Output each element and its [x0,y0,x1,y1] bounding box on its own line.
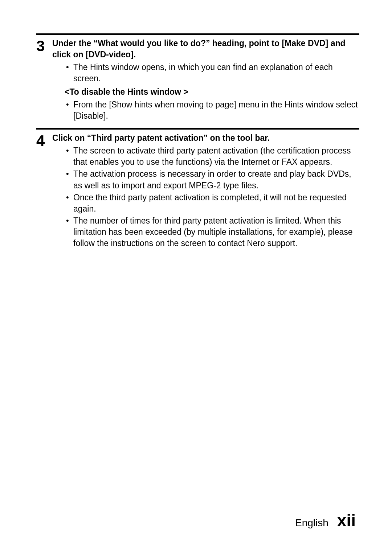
list-item: Once the third party patent activation i… [65,192,359,214]
step-heading: Under the “What would you like to do?” h… [52,38,359,60]
step-number: 3 [36,38,52,54]
list-item: The number of times for third party pate… [65,215,359,249]
page-footer: English xii [295,511,356,530]
list-item: The activation process is necessary in o… [65,168,359,191]
list-item: The screen to activate third party paten… [65,145,359,168]
divider [36,128,359,130]
step-3: 3 Under the “What would you like to do?”… [36,38,359,122]
sub-heading: <To disable the Hints window > [65,86,359,98]
footer-page-number: xii [337,511,356,530]
bullet-list: From the [Show hints when moving to page… [65,99,359,122]
step-4: 4 Click on “Third party patent activatio… [36,132,359,249]
list-item: From the [Show hints when moving to page… [65,99,359,122]
step-heading: Click on “Third party patent activation”… [52,132,359,144]
step-body: Click on “Third party patent activation”… [52,132,359,249]
step-number: 4 [36,132,52,148]
divider [36,33,359,35]
document-page: 3 Under the “What would you like to do?”… [0,0,392,552]
bullet-list: The Hints window opens, in which you can… [65,62,359,84]
footer-language: English [295,517,328,529]
list-item: The Hints window opens, in which you can… [65,62,359,84]
step-body: Under the “What would you like to do?” h… [52,38,359,122]
bullet-list: The screen to activate third party paten… [65,145,359,249]
